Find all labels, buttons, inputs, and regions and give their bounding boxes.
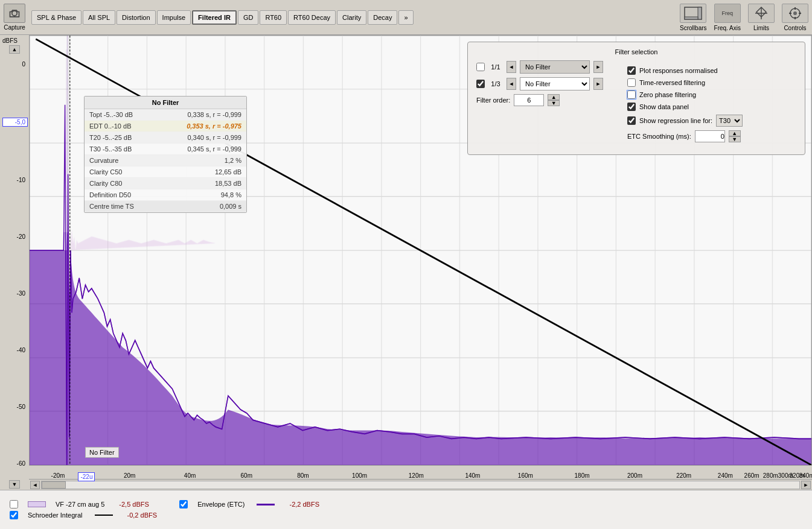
limits-tool[interactable]: Limits [748,4,775,31]
tab-rt60-decay[interactable]: RT60 Decay [288,10,336,25]
etc-input[interactable] [695,130,725,142]
x-label-100m: 100m [352,472,367,479]
filter-2-fraction: 1/3 [488,80,503,87]
y-scroll-up[interactable]: ▲ [9,45,20,54]
data-value-c50: 12,65 dB [215,168,241,176]
data-row-d50: Definition D50 94,8 % [85,189,246,201]
filter-1-next[interactable]: ► [593,61,603,73]
data-row-edt: EDT 0..-10 dB 0,353 s, r = -0,975 [85,121,246,132]
x-label-260m: 260m [744,472,759,479]
legend-etc-value: -2,2 dBFS [289,501,319,508]
show-data-panel-checkbox[interactable] [627,103,636,111]
y-axis-labels: 0 -5,0 -10 -20 -30 -40 -50 -60 [0,55,29,479]
filter-2-select[interactable]: No Filter [520,77,590,90]
tabs-container: SPL & Phase All SPL Distortion Impulse F… [31,10,670,25]
data-panel: No Filter Topt -5..-30 dB 0,338 s, r = -… [84,96,247,213]
limits-icon [748,4,775,23]
x-label-340ms: 340ms [799,472,812,479]
tab-more[interactable]: » [398,10,413,25]
filter-2-prev[interactable]: ◄ [507,78,516,90]
main-content: dBFS ▲ 0 -5,0 -10 -20 -30 -40 -50 -60 ▼ [0,35,812,490]
x-label-40m: 40m [184,472,196,479]
time-reversed-label: Time-reversed filtering [639,79,705,86]
right-tools: Scrollbars Freq Freq. Axis Limits [680,4,808,31]
tab-decay[interactable]: Decay [368,10,397,25]
show-data-panel-row: Show data panel [627,103,790,111]
controls-tool[interactable]: Controls [782,4,808,31]
data-row-t30: T30 -5..-35 dB 0,345 s, r = -0,999 [85,144,246,155]
filter-order-down[interactable]: ▼ [548,100,560,106]
x-label-neg20m: -20m [51,472,65,479]
data-value-curvature: 1,2 % [225,157,241,164]
filter-1-checkbox[interactable] [476,63,485,71]
filter-row-2: 1/3 ◄ No Filter ► [476,77,603,90]
legend-etc-checkbox[interactable] [179,500,188,508]
bottom-scrollbar: ◄ ► [29,479,812,490]
capture-button[interactable]: Capture [4,4,25,31]
y-label-4: -30 [2,290,28,297]
freq-axis-tool[interactable]: Freq Freq. Axis [714,4,741,31]
legend-line-1: VF -27 cm aug 5 -2,5 dBFS Envelope (ETC)… [10,500,802,508]
scrollbars-tool[interactable]: Scrollbars [680,4,706,31]
scroll-thumb[interactable] [42,481,66,489]
data-label-t20: T20 -5..-25 dB [89,134,187,141]
show-regression-row: Show regression line for: T30 T20 EDT [627,115,790,127]
y-label-3: -20 [2,233,28,240]
zero-phase-row: Zero phase filtering [627,90,790,99]
data-row-t20: T20 -5..-25 dB 0,340 s, r = -0,999 [85,132,246,144]
filter-panel-title: Filter selection [476,48,796,55]
data-label-t30: T30 -5..-35 dB [89,145,187,153]
show-regression-label: Show regression line for: [639,117,712,124]
etc-up[interactable]: ▲ [729,130,741,136]
filter-2-checkbox[interactable] [476,80,485,88]
time-reversed-row: Time-reversed filtering [627,78,790,87]
tab-rt60[interactable]: RT60 [260,10,287,25]
legend-schroeder-checkbox[interactable] [10,511,18,519]
plot-normalised-checkbox[interactable] [627,66,636,75]
filter-1-select[interactable]: No Filter [520,60,590,74]
svg-rect-2 [698,7,702,19]
time-reversed-checkbox[interactable] [627,78,636,87]
legend-vf-value: -2,5 dBFS [119,501,149,508]
y-label-1: -5,0 [2,118,28,127]
legend-vf-swatch [28,501,46,507]
regression-select[interactable]: T30 T20 EDT [716,115,743,127]
etc-down[interactable]: ▼ [729,136,741,142]
x-label-20m: 20m [124,472,135,479]
tab-gd[interactable]: GD [238,10,259,25]
data-row-ts: Centre time TS 0,009 s [85,201,246,212]
tab-spl-phase[interactable]: SPL & Phase [31,10,82,25]
data-row-c50: Clarity C50 12,65 dB [85,166,246,178]
show-regression-checkbox[interactable] [627,116,636,125]
x-label-180m: 180m [575,472,590,479]
y-axis-label: dBFS [0,35,29,44]
controls-label: Controls [784,25,806,31]
filter-order-input[interactable] [514,94,544,106]
y-scroll-down[interactable]: ▼ [9,480,20,489]
tab-filtered-ir[interactable]: Filtered IR [192,10,237,25]
chart-area[interactable]: Filter selection 1/1 ◄ No Filter [29,35,812,466]
capture-icon[interactable] [4,4,25,23]
tab-clarity[interactable]: Clarity [337,10,366,25]
legend-schroeder-value: -0,2 dBFS [127,512,158,519]
svg-point-7 [793,11,797,15]
scroll-right-btn[interactable]: ► [801,481,811,489]
scroll-left-btn[interactable]: ◄ [30,481,40,489]
filter-2-next[interactable]: ► [593,78,603,90]
zero-phase-checkbox[interactable] [627,90,636,99]
tab-distortion[interactable]: Distortion [117,10,155,25]
data-label-ts: Centre time TS [89,203,220,210]
data-value-d50: 94,8 % [221,191,241,198]
tab-all-spl[interactable]: All SPL [83,10,115,25]
x-label-60m: 60m [241,472,252,479]
filter-1-prev[interactable]: ◄ [507,61,516,73]
freq-axis-icon: Freq [714,4,741,23]
data-label-c80: Clarity C80 [89,180,215,187]
x-axis-row: -20m -22u 20m 40m 60m 80m 100m 120m 140m… [29,466,812,479]
tab-impulse[interactable]: Impulse [157,10,191,25]
legend-vf-checkbox[interactable] [10,500,18,508]
plot-normalised-row: Plot responses normalised [627,66,790,75]
right-options-panel: Plot responses normalised Time-reversed … [615,60,796,148]
scroll-track[interactable] [41,481,800,489]
filter-order-up[interactable]: ▲ [548,94,560,100]
